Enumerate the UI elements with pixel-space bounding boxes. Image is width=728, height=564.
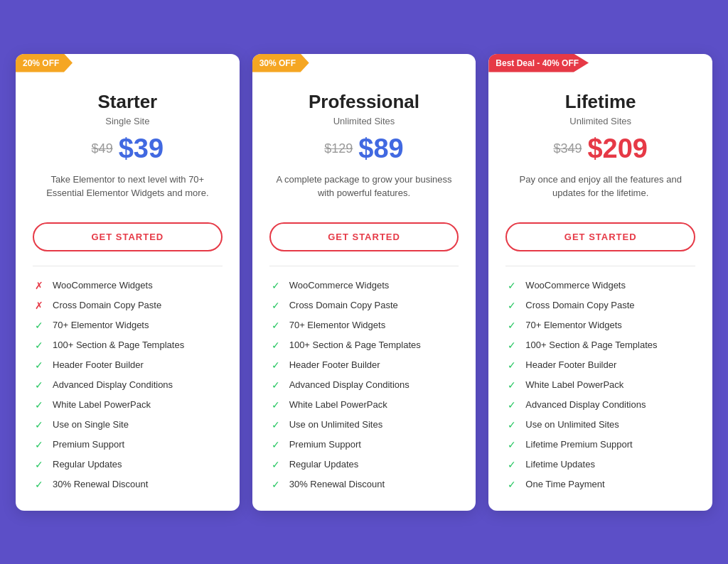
feature-list: ✓ WooCommerce Widgets ✓ Cross Domain Cop… (505, 279, 695, 491)
feature-text: Lifetime Premium Support (525, 439, 632, 450)
check-icon: ✓ (505, 359, 518, 372)
check-icon: ✓ (505, 398, 518, 411)
feature-text: WooCommerce Widgets (525, 280, 626, 291)
plan-name: Starter (33, 91, 223, 113)
feature-item: ✓ Use on Single Site (33, 418, 223, 431)
divider (269, 266, 459, 266)
price-row: $349 $209 (505, 134, 695, 164)
check-icon: ✓ (269, 359, 282, 372)
get-started-button[interactable]: GET STARTED (269, 222, 459, 251)
get-started-button[interactable]: GET STARTED (33, 222, 223, 251)
feature-item: ✓ 30% Renewal Discount (269, 478, 459, 491)
feature-item: ✓ Header Footer Builder (269, 359, 459, 372)
feature-item: ✓ Header Footer Builder (33, 359, 223, 372)
feature-item: ✗ WooCommerce Widgets (33, 279, 223, 292)
feature-text: 30% Renewal Discount (53, 479, 148, 489)
feature-item: ✓ Cross Domain Copy Paste (269, 299, 459, 312)
feature-text: Premium Support (53, 439, 124, 450)
feature-text: WooCommerce Widgets (53, 280, 153, 291)
current-price: $209 (587, 134, 648, 164)
feature-item: ✓ Use on Unlimited Sites (269, 418, 459, 431)
discount-badge: 20% OFF (16, 54, 73, 72)
check-icon: ✓ (505, 458, 518, 471)
feature-item: ✓ Advanced Display Conditions (269, 379, 459, 391)
feature-text: 100+ Section & Page Templates (525, 340, 657, 350)
feature-text: Use on Unlimited Sites (289, 419, 383, 430)
check-icon: ✓ (269, 478, 282, 491)
divider (33, 266, 223, 266)
check-icon: ✓ (505, 319, 518, 332)
pricing-wrapper: 20% OFF Starter Single Site $49 $39 Take… (16, 54, 712, 511)
check-icon: ✓ (33, 398, 46, 411)
feature-text: 100+ Section & Page Templates (289, 340, 421, 350)
original-price: $49 (92, 141, 113, 156)
feature-item: ✓ White Label PowerPack (269, 398, 459, 411)
feature-text: 70+ Elementor Widgets (53, 320, 149, 330)
price-row: $129 $89 (269, 134, 459, 164)
check-icon: ✓ (269, 299, 282, 312)
pricing-card-2: Best Deal - 40% OFF Lifetime Unlimited S… (488, 54, 712, 511)
plan-name: Lifetime (505, 91, 695, 113)
feature-text: 70+ Elementor Widgets (525, 320, 621, 330)
feature-item: ✗ Cross Domain Copy Paste (33, 299, 223, 312)
original-price: $129 (324, 141, 353, 156)
divider (505, 266, 695, 266)
check-icon: ✓ (269, 279, 282, 292)
feature-item: ✓ Cross Domain Copy Paste (505, 299, 695, 312)
feature-item: ✓ Advanced Display Conditions (505, 398, 695, 411)
feature-text: Lifetime Updates (525, 459, 595, 470)
feature-text: 70+ Elementor Widgets (289, 320, 385, 330)
feature-item: ✓ 100+ Section & Page Templates (505, 339, 695, 352)
plan-description: Pay once and enjoy all the features and … (505, 173, 695, 210)
feature-item: ✓ WooCommerce Widgets (505, 279, 695, 292)
feature-text: Header Footer Builder (289, 359, 380, 370)
cross-icon: ✗ (33, 299, 46, 312)
feature-item: ✓ Lifetime Premium Support (505, 438, 695, 451)
plan-description: A complete package to grow your business… (269, 173, 459, 210)
plan-name: Professional (269, 91, 459, 113)
feature-text: White Label PowerPack (525, 379, 623, 390)
check-icon: ✓ (505, 299, 518, 312)
check-icon: ✓ (269, 418, 282, 431)
plan-subtitle: Single Site (33, 116, 223, 126)
feature-item: ✓ WooCommerce Widgets (269, 279, 459, 292)
feature-text: Regular Updates (53, 459, 122, 470)
check-icon: ✓ (505, 339, 518, 352)
feature-item: ✓ 70+ Elementor Widgets (269, 319, 459, 332)
feature-text: Use on Single Site (53, 419, 129, 430)
check-icon: ✓ (33, 379, 46, 391)
feature-item: ✓ One Time Payment (505, 478, 695, 491)
current-price: $89 (358, 134, 403, 164)
feature-item: ✓ 30% Renewal Discount (33, 478, 223, 491)
current-price: $39 (119, 134, 164, 164)
feature-item: ✓ Premium Support (269, 438, 459, 451)
feature-text: WooCommerce Widgets (289, 280, 390, 291)
feature-item: ✓ 70+ Elementor Widgets (505, 319, 695, 332)
feature-text: Use on Unlimited Sites (525, 419, 619, 430)
feature-text: White Label PowerPack (289, 399, 387, 410)
feature-item: ✓ White Label PowerPack (505, 379, 695, 391)
feature-text: 30% Renewal Discount (289, 479, 385, 489)
feature-text: 100+ Section & Page Templates (53, 340, 184, 350)
check-icon: ✓ (269, 339, 282, 352)
feature-text: Header Footer Builder (525, 359, 616, 370)
check-icon: ✓ (269, 319, 282, 332)
plan-subtitle: Unlimited Sites (505, 116, 695, 126)
feature-item: ✓ Header Footer Builder (505, 359, 695, 372)
pricing-card-0: 20% OFF Starter Single Site $49 $39 Take… (16, 54, 240, 511)
original-price: $349 (553, 141, 582, 156)
feature-text: Advanced Display Conditions (53, 379, 173, 390)
feature-text: Advanced Display Conditions (525, 399, 646, 410)
check-icon: ✓ (269, 398, 282, 411)
price-row: $49 $39 (33, 134, 223, 164)
feature-text: White Label PowerPack (53, 399, 151, 410)
check-icon: ✓ (505, 279, 518, 292)
check-icon: ✓ (269, 379, 282, 391)
feature-text: Header Footer Builder (53, 359, 144, 370)
get-started-button[interactable]: GET STARTED (505, 222, 695, 251)
feature-item: ✓ 100+ Section & Page Templates (269, 339, 459, 352)
feature-item: ✓ White Label PowerPack (33, 398, 223, 411)
discount-badge: Best Deal - 40% OFF (488, 54, 589, 72)
feature-item: ✓ Lifetime Updates (505, 458, 695, 471)
feature-text: One Time Payment (525, 479, 604, 489)
